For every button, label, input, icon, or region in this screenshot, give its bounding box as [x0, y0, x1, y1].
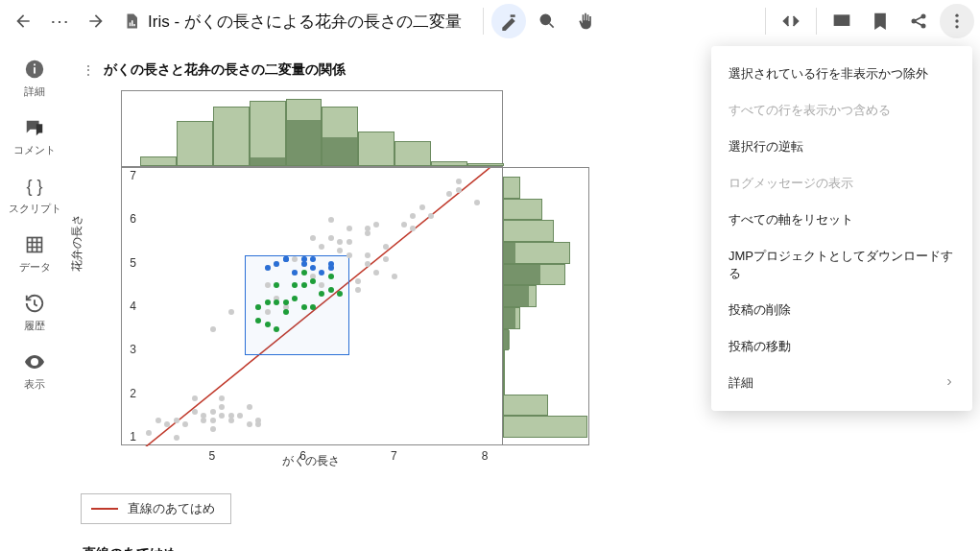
data-point[interactable]: [310, 256, 316, 262]
data-point[interactable]: [301, 304, 307, 310]
data-point[interactable]: [310, 235, 316, 241]
data-point[interactable]: [337, 239, 343, 245]
data-point[interactable]: [219, 404, 225, 410]
data-point[interactable]: [337, 291, 343, 297]
overflow-menu-button[interactable]: [940, 4, 974, 38]
data-point[interactable]: [337, 248, 343, 253]
data-point[interactable]: [474, 200, 480, 205]
menu-item[interactable]: 詳細: [711, 365, 972, 401]
data-point[interactable]: [365, 252, 370, 258]
data-point[interactable]: [228, 309, 234, 315]
data-point[interactable]: [247, 404, 252, 410]
menu-item[interactable]: 投稿の移動: [711, 328, 972, 365]
data-point[interactable]: [210, 326, 216, 332]
present-button[interactable]: [825, 4, 859, 38]
data-point[interactable]: [301, 282, 307, 288]
data-point[interactable]: [328, 217, 334, 223]
data-point[interactable]: [347, 226, 352, 231]
data-point[interactable]: [392, 274, 397, 279]
scatter-plot[interactable]: [121, 167, 503, 445]
menu-item[interactable]: JMPプロジェクトとしてダウンロードする: [711, 238, 972, 292]
data-point[interactable]: [274, 299, 279, 305]
data-point[interactable]: [446, 191, 452, 197]
data-point[interactable]: [310, 278, 316, 284]
sidebar-item-comments[interactable]: コメント: [13, 116, 56, 157]
annotate-tool-button[interactable]: [491, 4, 526, 38]
data-point[interactable]: [219, 413, 225, 419]
data-point[interactable]: [355, 278, 361, 284]
data-point[interactable]: [219, 395, 225, 401]
data-point[interactable]: [319, 282, 324, 288]
bookmark-button[interactable]: [863, 4, 897, 38]
code-button[interactable]: [774, 4, 808, 38]
share-button[interactable]: [901, 4, 936, 38]
data-point[interactable]: [292, 256, 298, 262]
data-point[interactable]: [265, 265, 271, 271]
data-point[interactable]: [274, 326, 279, 332]
data-point[interactable]: [410, 226, 416, 231]
data-point[interactable]: [265, 322, 271, 327]
data-point[interactable]: [255, 304, 261, 310]
sidebar-item-history[interactable]: 履歴: [23, 292, 46, 333]
fit-section-header[interactable]: 直線のあてはめ: [81, 541, 198, 551]
zoom-tool-button[interactable]: [530, 4, 564, 38]
data-point[interactable]: [274, 282, 279, 288]
data-point[interactable]: [328, 265, 334, 271]
data-point[interactable]: [146, 430, 152, 436]
data-point[interactable]: [210, 418, 216, 423]
data-point[interactable]: [255, 421, 261, 427]
pan-tool-button[interactable]: [568, 4, 603, 38]
menu-item[interactable]: 投稿の削除: [711, 292, 972, 328]
data-point[interactable]: [292, 270, 298, 276]
data-point[interactable]: [419, 204, 425, 210]
data-point[interactable]: [383, 244, 389, 250]
sidebar-item-detail[interactable]: 詳細: [23, 58, 46, 99]
sidebar-item-script[interactable]: { }スクリプト: [9, 175, 61, 216]
sidebar-item-data[interactable]: データ: [19, 233, 51, 275]
data-point[interactable]: [373, 222, 379, 228]
data-point[interactable]: [155, 418, 161, 423]
data-point[interactable]: [347, 252, 352, 258]
data-point[interactable]: [328, 235, 334, 241]
data-point[interactable]: [247, 421, 252, 427]
data-point[interactable]: [401, 222, 407, 228]
data-point[interactable]: [274, 261, 279, 267]
data-point[interactable]: [365, 261, 370, 267]
data-point[interactable]: [310, 304, 316, 310]
top-histogram[interactable]: [121, 90, 503, 167]
data-point[interactable]: [265, 282, 271, 288]
data-point[interactable]: [365, 226, 370, 231]
data-point[interactable]: [301, 270, 307, 276]
menu-item[interactable]: 選択行の逆転: [711, 129, 972, 165]
data-point[interactable]: [310, 265, 316, 271]
data-point[interactable]: [228, 413, 234, 419]
data-point[interactable]: [456, 187, 462, 193]
data-point[interactable]: [283, 299, 289, 305]
data-point[interactable]: [328, 287, 334, 293]
data-point[interactable]: [456, 179, 462, 184]
sidebar-item-view[interactable]: 表示: [23, 350, 46, 392]
data-point[interactable]: [428, 213, 434, 219]
data-point[interactable]: [355, 287, 361, 293]
data-point[interactable]: [255, 318, 261, 323]
data-point[interactable]: [292, 282, 298, 288]
data-point[interactable]: [383, 256, 389, 262]
menu-item[interactable]: 選択されている行を非表示かつ除外: [711, 56, 972, 92]
data-point[interactable]: [237, 413, 243, 419]
back-button[interactable]: [6, 4, 40, 38]
menu-item[interactable]: すべての軸をリセット: [711, 202, 972, 238]
data-point[interactable]: [174, 435, 179, 441]
data-point[interactable]: [283, 309, 289, 315]
data-point[interactable]: [201, 413, 206, 419]
data-point[interactable]: [319, 270, 324, 276]
data-point[interactable]: [328, 274, 334, 279]
data-point[interactable]: [265, 299, 271, 305]
forward-button[interactable]: [79, 4, 113, 38]
data-point[interactable]: [410, 213, 416, 219]
data-point[interactable]: [347, 239, 352, 245]
data-point[interactable]: [210, 409, 216, 415]
data-point[interactable]: [265, 309, 271, 315]
data-point[interactable]: [182, 421, 188, 427]
data-point[interactable]: [174, 418, 179, 423]
data-point[interactable]: [283, 256, 289, 262]
